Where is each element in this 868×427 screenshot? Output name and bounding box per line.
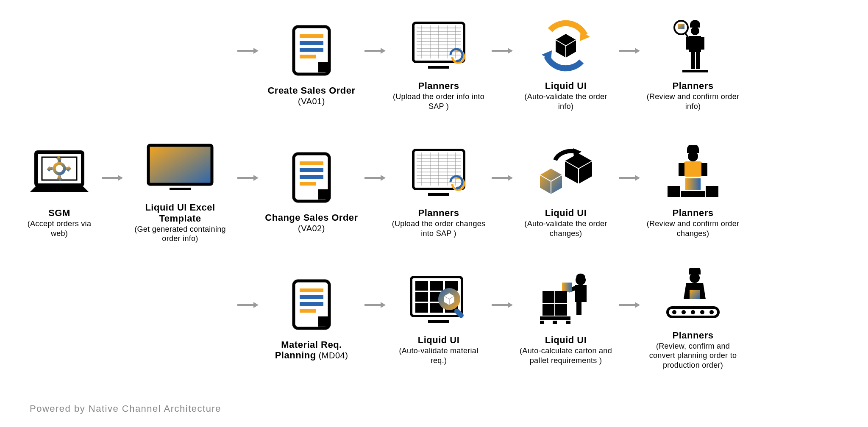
node-subtitle: (Auto-validate the order info) [517, 92, 615, 111]
monitor-spreadsheet-icon [409, 16, 468, 75]
svg-rect-119 [430, 281, 443, 291]
svg-rect-100 [684, 161, 702, 177]
arrow-icon [233, 47, 263, 80]
arrow-icon [233, 174, 263, 208]
svg-rect-5 [300, 48, 323, 52]
svg-rect-136 [562, 283, 572, 292]
svg-rect-148 [690, 290, 700, 299]
svg-rect-140 [555, 304, 567, 316]
node-change-sales: Change Sales Order (VA02) [263, 148, 360, 234]
svg-rect-114 [318, 316, 328, 327]
svg-rect-112 [300, 302, 323, 306]
process-diagram: Create Sales Order (VA01) [21, 13, 848, 394]
arrow-icon [615, 174, 644, 208]
node-subtitle: (Get generated containing order info) [131, 225, 229, 244]
svg-point-154 [709, 310, 714, 314]
svg-rect-141 [540, 316, 570, 320]
svg-rect-142 [540, 321, 544, 324]
monitor-spreadsheet-icon [409, 143, 468, 202]
svg-point-150 [672, 310, 676, 314]
node-liquidui-mrp: Liquid UI (Auto-validate material req.) [390, 270, 487, 365]
svg-rect-101 [679, 163, 684, 176]
svg-rect-39 [689, 36, 701, 52]
worker-packing-icon [663, 143, 723, 202]
arrow-icon [487, 301, 517, 335]
flow-row-1: Create Sales Order (VA01) [21, 13, 848, 114]
svg-rect-121 [415, 292, 428, 302]
node-title: Liquid UI [545, 80, 587, 91]
svg-marker-63 [253, 175, 259, 181]
node-subtitle: (Auto-validate material req.) [390, 346, 487, 365]
svg-marker-57 [30, 186, 89, 192]
node-subtitle: (Review and confirm order info) [644, 92, 742, 111]
document-icon [290, 275, 333, 334]
svg-rect-118 [415, 281, 428, 291]
svg-point-152 [691, 310, 695, 314]
node-title: Change Sales Order (VA02) [263, 212, 360, 234]
node-title: Liquid UI [545, 208, 587, 218]
node-subtitle: (Accept orders via web) [21, 219, 97, 238]
arrow-icon [360, 47, 390, 80]
arrow-icon [97, 174, 127, 208]
svg-rect-113 [300, 309, 316, 313]
svg-rect-103 [685, 178, 701, 190]
svg-rect-106 [681, 191, 705, 197]
svg-rect-104 [668, 186, 680, 197]
svg-marker-98 [635, 175, 640, 181]
svg-point-151 [682, 310, 686, 314]
arrow-icon [360, 174, 390, 208]
node-planners-upload-2: Planners (Upload the order changes into … [390, 143, 487, 238]
svg-rect-4 [300, 41, 323, 45]
svg-marker-91 [508, 175, 513, 181]
svg-rect-69 [318, 189, 328, 200]
monitor-gradient-icon [144, 138, 216, 197]
svg-point-153 [700, 310, 704, 314]
svg-rect-43 [696, 52, 700, 69]
worker-conveyor-icon [663, 266, 723, 325]
svg-rect-66 [300, 168, 323, 172]
svg-rect-127 [428, 320, 449, 323]
svg-rect-6 [300, 55, 316, 58]
svg-rect-41 [700, 37, 704, 50]
node-liquidui-validate-1: Liquid UI (Auto-validate the order info) [517, 16, 615, 111]
node-title: SGM [48, 208, 70, 218]
svg-marker-35 [635, 48, 640, 54]
refresh-cube-icon [538, 16, 593, 75]
arrow-icon [615, 47, 644, 80]
arrow-icon [615, 301, 644, 335]
node-mrp: Material Req. Planning (MD04) [263, 275, 360, 361]
arrow-icon [487, 174, 517, 208]
svg-marker-133 [508, 302, 513, 308]
node-title: Planners [418, 208, 459, 218]
svg-rect-37 [678, 24, 684, 29]
svg-rect-110 [300, 288, 323, 292]
svg-rect-105 [706, 186, 718, 197]
flow-row-3: Material Req. Planning (MD04) Liquid UI … [21, 267, 848, 369]
svg-marker-108 [253, 302, 259, 308]
monitor-search-cube-icon [407, 270, 470, 330]
svg-rect-61 [170, 188, 191, 190]
node-title: Material Req. Planning (MD04) [263, 339, 360, 361]
svg-rect-144 [566, 321, 570, 324]
svg-rect-65 [300, 161, 323, 165]
node-planners-review-1: Planners (Review and confirm order info) [644, 16, 742, 111]
svg-marker-116 [381, 302, 386, 308]
node-create-sales: Create Sales Order (VA01) [263, 21, 360, 107]
svg-rect-137 [542, 291, 554, 303]
node-subtitle: (Auto-validate the order changes) [517, 219, 615, 238]
node-title: Planners [673, 208, 714, 218]
svg-marker-59 [118, 175, 123, 181]
svg-rect-3 [300, 34, 323, 38]
svg-rect-143 [553, 321, 557, 324]
svg-rect-40 [686, 37, 690, 50]
svg-rect-89 [428, 193, 449, 196]
svg-point-99 [688, 151, 698, 161]
svg-marker-29 [508, 48, 513, 54]
node-title: Planners [673, 330, 714, 341]
svg-rect-42 [691, 52, 695, 69]
svg-marker-1 [253, 48, 259, 54]
node-title: Liquid UI [418, 335, 460, 345]
document-icon [290, 21, 333, 80]
node-liquidui-carton: Liquid UI (Auto-calculate carton and pal… [517, 270, 615, 365]
document-icon [290, 148, 333, 207]
